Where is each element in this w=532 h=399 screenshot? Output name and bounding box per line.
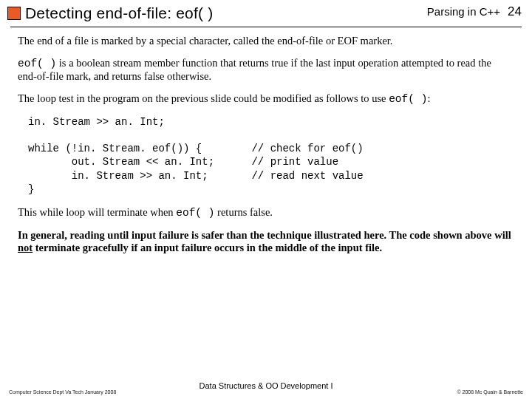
- paragraph-1: The end of a file is marked by a special…: [18, 35, 513, 48]
- emphasis-not: not: [18, 242, 33, 253]
- footer-center: Data Structures & OO Development I: [200, 381, 333, 390]
- paragraph-2: eof( ) is a boolean stream member functi…: [18, 57, 513, 83]
- inline-code: eof( ): [389, 93, 427, 105]
- text: terminate gracefully if an input failure…: [33, 242, 382, 253]
- text: The loop test in the program on the prev…: [18, 92, 389, 104]
- code-block: in. Stream >> an. Int; while (!in. Strea…: [28, 115, 513, 196]
- accent-square-icon: [7, 7, 21, 20]
- paragraph-4: This while loop will terminate when eof(…: [18, 206, 513, 220]
- slide: Detecting end-of-file: eof( ) Parsing in…: [0, 0, 532, 399]
- text: This while loop will terminate when: [18, 206, 176, 218]
- header-right: Parsing in C++ 24: [427, 4, 522, 19]
- slide-title: Detecting end-of-file: eof( ): [25, 4, 213, 22]
- slide-body: The end of a file is marked by a special…: [0, 27, 532, 255]
- text: :: [427, 92, 430, 104]
- text: In general, reading until input failure …: [18, 229, 511, 241]
- paragraph-3: The loop test in the program on the prev…: [18, 92, 513, 106]
- text: returns false.: [214, 206, 273, 218]
- inline-code: eof( ): [176, 207, 214, 219]
- parsing-label: Parsing in C++: [427, 5, 500, 18]
- slide-footer: Computer Science Dept Va Tech January 20…: [0, 389, 532, 395]
- inline-code: eof( ): [18, 58, 56, 69]
- footer-left: Computer Science Dept Va Tech January 20…: [9, 389, 116, 395]
- text: is a boolean stream member function that…: [18, 57, 491, 83]
- slide-header: Detecting end-of-file: eof( ) Parsing in…: [0, 0, 532, 25]
- paragraph-5: In general, reading until input failure …: [18, 229, 513, 255]
- page-number: 24: [508, 4, 522, 18]
- footer-right: © 2008 Mc Quain & Barnette: [457, 389, 523, 395]
